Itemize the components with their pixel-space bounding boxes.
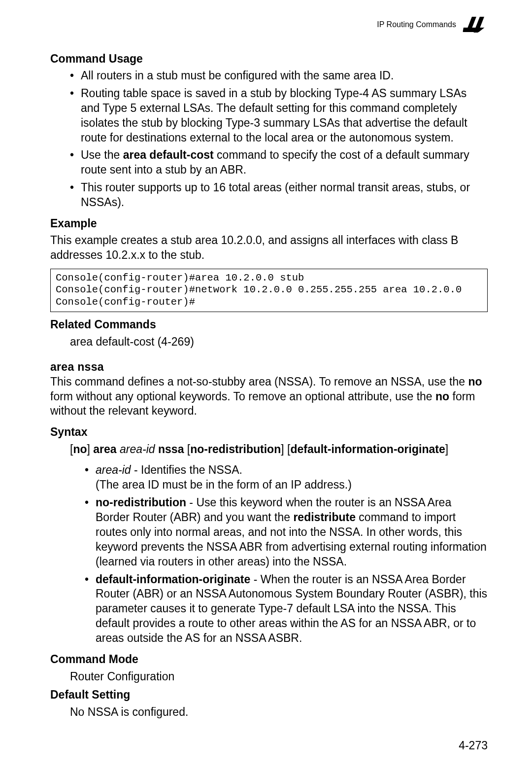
page-number: 4-273 bbox=[459, 739, 488, 752]
bold-term: no bbox=[468, 375, 482, 388]
param-desc: - Identifies the NSSA. (The area ID must… bbox=[96, 463, 352, 491]
list-item: no-redistribution - Use this keyword whe… bbox=[85, 495, 488, 569]
heading-related-commands: Related Commands bbox=[50, 318, 488, 331]
syntax-token: ] bbox=[87, 443, 94, 456]
svg-rect-0 bbox=[467, 17, 476, 28]
list-item: All routers in a stub must be configured… bbox=[70, 69, 488, 83]
default-setting-value: No NSSA is configured. bbox=[70, 704, 488, 720]
command-name-area-nssa: area nssa bbox=[50, 360, 488, 374]
syntax-params-list: area-id - Identifies the NSSA. (The area… bbox=[50, 463, 488, 646]
syntax-token: ] bbox=[281, 443, 287, 456]
example-description: This example creates a stub area 10.2.0.… bbox=[50, 233, 488, 263]
syntax-token: area bbox=[93, 443, 116, 456]
list-item: Use the area default-cost command to spe… bbox=[70, 148, 488, 177]
syntax-line: [no] area area-id nssa [no-redistributio… bbox=[70, 442, 488, 457]
syntax-token: area-id bbox=[120, 443, 155, 456]
related-command-line: area default-cost (4-269) bbox=[70, 334, 488, 350]
code-block: Console(config-router)#area 10.2.0.0 stu… bbox=[50, 269, 488, 312]
syntax-token: no bbox=[73, 443, 87, 456]
bold-term: no bbox=[435, 390, 449, 403]
list-item: area-id - Identifies the NSSA. (The area… bbox=[85, 463, 488, 493]
page-header: IP Routing Commands bbox=[50, 15, 488, 35]
syntax-token: default-information-originate bbox=[290, 443, 445, 456]
heading-syntax: Syntax bbox=[50, 425, 488, 439]
param-term: area-id bbox=[96, 463, 131, 476]
text: This command defines a not-so-stubby are… bbox=[50, 375, 468, 388]
param-term: no-redistribution bbox=[96, 496, 186, 509]
list-item: Routing table space is saved in a stub b… bbox=[70, 86, 488, 145]
command-mode-value: Router Configuration bbox=[70, 669, 488, 684]
syntax-token: ] bbox=[445, 443, 448, 456]
heading-example: Example bbox=[50, 217, 488, 230]
svg-marker-1 bbox=[462, 28, 484, 32]
bold-term: area default-cost bbox=[123, 148, 214, 161]
heading-command-usage: Command Usage bbox=[50, 52, 488, 66]
list-item: default-information-originate - When the… bbox=[85, 572, 488, 646]
list-item-text: All routers in a stub must be configured… bbox=[81, 69, 394, 82]
list-item-text: Routing table space is saved in a stub b… bbox=[81, 87, 467, 144]
command-usage-list: All routers in a stub must be configured… bbox=[50, 69, 488, 210]
header-title: IP Routing Commands bbox=[377, 20, 456, 29]
syntax-token: no-redistribution bbox=[190, 443, 281, 456]
chapter-number-icon bbox=[462, 15, 489, 35]
syntax-token: nssa bbox=[158, 443, 184, 456]
document-page: IP Routing Commands Command Usage All ro… bbox=[0, 0, 532, 774]
list-item-text-pre: Use the bbox=[81, 148, 123, 161]
heading-command-mode: Command Mode bbox=[50, 653, 488, 666]
heading-default-setting: Default Setting bbox=[50, 688, 488, 702]
area-nssa-description: This command defines a not-so-stubby are… bbox=[50, 375, 488, 419]
list-item-text: This router supports up to 16 total area… bbox=[81, 181, 470, 209]
bold-term: redistribute bbox=[293, 511, 356, 524]
text: form without any optional keywords. To r… bbox=[50, 390, 435, 403]
param-term: default-information-originate bbox=[96, 573, 250, 586]
list-item: This router supports up to 16 total area… bbox=[70, 180, 488, 210]
